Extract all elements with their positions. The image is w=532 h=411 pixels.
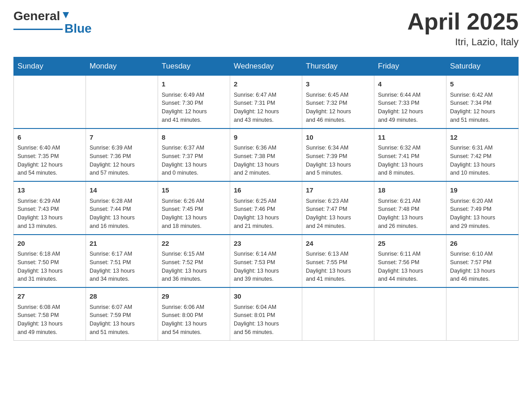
day-cell: 7Sunrise: 6:39 AM Sunset: 7:36 PM Daylig…	[86, 128, 158, 182]
title-block: April 2025 Itri, Lazio, Italy	[407, 9, 519, 48]
day-number: 8	[162, 133, 226, 143]
day-cell: 2Sunrise: 6:47 AM Sunset: 7:31 PM Daylig…	[230, 76, 302, 128]
day-info: Sunrise: 6:49 AM Sunset: 7:30 PM Dayligh…	[162, 91, 226, 124]
day-cell	[86, 76, 158, 128]
day-number: 23	[234, 239, 298, 249]
days-header-row: SundayMondayTuesdayWednesdayThursdayFrid…	[14, 57, 519, 76]
month-title: April 2025	[407, 9, 519, 34]
day-number: 9	[234, 133, 298, 143]
day-info: Sunrise: 6:40 AM Sunset: 7:35 PM Dayligh…	[17, 144, 82, 177]
day-number: 29	[162, 291, 226, 302]
day-info: Sunrise: 6:23 AM Sunset: 7:47 PM Dayligh…	[306, 197, 370, 231]
day-number: 26	[450, 239, 515, 249]
day-number: 10	[306, 133, 370, 143]
day-cell: 13Sunrise: 6:29 AM Sunset: 7:43 PM Dayli…	[14, 181, 86, 235]
day-cell: 26Sunrise: 6:10 AM Sunset: 7:57 PM Dayli…	[446, 235, 519, 288]
day-cell: 24Sunrise: 6:13 AM Sunset: 7:55 PM Dayli…	[302, 235, 374, 288]
day-cell: 29Sunrise: 6:06 AM Sunset: 8:00 PM Dayli…	[158, 287, 230, 340]
day-cell: 20Sunrise: 6:18 AM Sunset: 7:50 PM Dayli…	[14, 235, 86, 288]
logo-blue: Blue	[64, 21, 92, 36]
header-thursday: Thursday	[302, 57, 374, 76]
day-number: 2	[234, 79, 298, 90]
calendar: SundayMondayTuesdayWednesdayThursdayFrid…	[13, 57, 519, 341]
day-info: Sunrise: 6:17 AM Sunset: 7:51 PM Dayligh…	[90, 250, 154, 283]
day-number: 6	[17, 133, 82, 143]
day-cell: 8Sunrise: 6:37 AM Sunset: 7:37 PM Daylig…	[158, 128, 230, 182]
day-info: Sunrise: 6:32 AM Sunset: 7:41 PM Dayligh…	[378, 144, 442, 177]
day-cell: 18Sunrise: 6:21 AM Sunset: 7:48 PM Dayli…	[374, 181, 446, 235]
day-cell: 5Sunrise: 6:42 AM Sunset: 7:34 PM Daylig…	[446, 76, 519, 128]
day-info: Sunrise: 6:34 AM Sunset: 7:39 PM Dayligh…	[306, 144, 370, 177]
day-info: Sunrise: 6:04 AM Sunset: 8:01 PM Dayligh…	[234, 303, 298, 337]
day-cell: 10Sunrise: 6:34 AM Sunset: 7:39 PM Dayli…	[302, 128, 374, 182]
day-number: 14	[90, 185, 154, 196]
day-number: 1	[162, 79, 226, 90]
day-info: Sunrise: 6:37 AM Sunset: 7:37 PM Dayligh…	[162, 144, 226, 177]
day-cell: 3Sunrise: 6:45 AM Sunset: 7:32 PM Daylig…	[302, 76, 374, 128]
day-info: Sunrise: 6:29 AM Sunset: 7:43 PM Dayligh…	[17, 197, 82, 231]
day-cell: 1Sunrise: 6:49 AM Sunset: 7:30 PM Daylig…	[158, 76, 230, 128]
day-cell: 15Sunrise: 6:26 AM Sunset: 7:45 PM Dayli…	[158, 181, 230, 235]
day-number: 18	[378, 185, 442, 196]
logo-line	[13, 29, 63, 30]
day-info: Sunrise: 6:20 AM Sunset: 7:49 PM Dayligh…	[450, 197, 515, 231]
day-cell: 27Sunrise: 6:08 AM Sunset: 7:58 PM Dayli…	[14, 287, 86, 340]
day-cell: 16Sunrise: 6:25 AM Sunset: 7:46 PM Dayli…	[230, 181, 302, 235]
week-row-3: 13Sunrise: 6:29 AM Sunset: 7:43 PM Dayli…	[14, 181, 519, 235]
day-info: Sunrise: 6:14 AM Sunset: 7:53 PM Dayligh…	[234, 250, 298, 283]
day-number: 17	[306, 185, 370, 196]
day-cell	[14, 76, 86, 128]
day-cell: 12Sunrise: 6:31 AM Sunset: 7:42 PM Dayli…	[446, 128, 519, 182]
day-number: 21	[90, 239, 154, 249]
day-cell: 25Sunrise: 6:11 AM Sunset: 7:56 PM Dayli…	[374, 235, 446, 288]
day-info: Sunrise: 6:44 AM Sunset: 7:33 PM Dayligh…	[378, 91, 442, 124]
day-cell: 14Sunrise: 6:28 AM Sunset: 7:44 PM Dayli…	[86, 181, 158, 235]
day-cell: 30Sunrise: 6:04 AM Sunset: 8:01 PM Dayli…	[230, 287, 302, 340]
day-cell: 28Sunrise: 6:07 AM Sunset: 7:59 PM Dayli…	[86, 287, 158, 340]
header-saturday: Saturday	[446, 57, 519, 76]
day-cell: 23Sunrise: 6:14 AM Sunset: 7:53 PM Dayli…	[230, 235, 302, 288]
day-number: 30	[234, 291, 298, 302]
day-number: 4	[378, 79, 442, 90]
day-number: 22	[162, 239, 226, 249]
day-info: Sunrise: 6:08 AM Sunset: 7:58 PM Dayligh…	[17, 303, 82, 337]
day-cell: 6Sunrise: 6:40 AM Sunset: 7:35 PM Daylig…	[14, 128, 86, 182]
day-info: Sunrise: 6:36 AM Sunset: 7:38 PM Dayligh…	[234, 144, 298, 177]
day-number: 7	[90, 133, 154, 143]
logo-triangle-icon	[61, 10, 71, 20]
day-cell	[374, 287, 446, 340]
header-friday: Friday	[374, 57, 446, 76]
day-number: 12	[450, 133, 515, 143]
day-number: 28	[90, 291, 154, 302]
day-cell	[302, 287, 374, 340]
day-info: Sunrise: 6:15 AM Sunset: 7:52 PM Dayligh…	[162, 250, 226, 283]
day-info: Sunrise: 6:28 AM Sunset: 7:44 PM Dayligh…	[90, 197, 154, 231]
day-number: 13	[17, 185, 82, 196]
header-sunday: Sunday	[14, 57, 86, 76]
header-wednesday: Wednesday	[230, 57, 302, 76]
day-cell	[446, 287, 519, 340]
day-number: 19	[450, 185, 515, 196]
svg-marker-0	[63, 12, 69, 18]
day-number: 3	[306, 79, 370, 90]
header-monday: Monday	[86, 57, 158, 76]
day-info: Sunrise: 6:11 AM Sunset: 7:56 PM Dayligh…	[378, 250, 442, 283]
page-header: General Blue April 2025 Itri, Lazio, Ita…	[13, 9, 519, 48]
day-info: Sunrise: 6:25 AM Sunset: 7:46 PM Dayligh…	[234, 197, 298, 231]
day-cell: 11Sunrise: 6:32 AM Sunset: 7:41 PM Dayli…	[374, 128, 446, 182]
day-number: 20	[17, 239, 82, 249]
day-info: Sunrise: 6:45 AM Sunset: 7:32 PM Dayligh…	[306, 91, 370, 124]
day-cell: 21Sunrise: 6:17 AM Sunset: 7:51 PM Dayli…	[86, 235, 158, 288]
day-cell: 19Sunrise: 6:20 AM Sunset: 7:49 PM Dayli…	[446, 181, 519, 235]
day-info: Sunrise: 6:10 AM Sunset: 7:57 PM Dayligh…	[450, 250, 515, 283]
day-info: Sunrise: 6:39 AM Sunset: 7:36 PM Dayligh…	[90, 144, 154, 177]
week-row-5: 27Sunrise: 6:08 AM Sunset: 7:58 PM Dayli…	[14, 287, 519, 340]
day-number: 11	[378, 133, 442, 143]
day-info: Sunrise: 6:18 AM Sunset: 7:50 PM Dayligh…	[17, 250, 82, 283]
day-number: 24	[306, 239, 370, 249]
day-info: Sunrise: 6:06 AM Sunset: 8:00 PM Dayligh…	[162, 303, 226, 337]
day-number: 27	[17, 291, 82, 302]
week-row-4: 20Sunrise: 6:18 AM Sunset: 7:50 PM Dayli…	[14, 235, 519, 288]
day-number: 16	[234, 185, 298, 196]
day-cell: 17Sunrise: 6:23 AM Sunset: 7:47 PM Dayli…	[302, 181, 374, 235]
